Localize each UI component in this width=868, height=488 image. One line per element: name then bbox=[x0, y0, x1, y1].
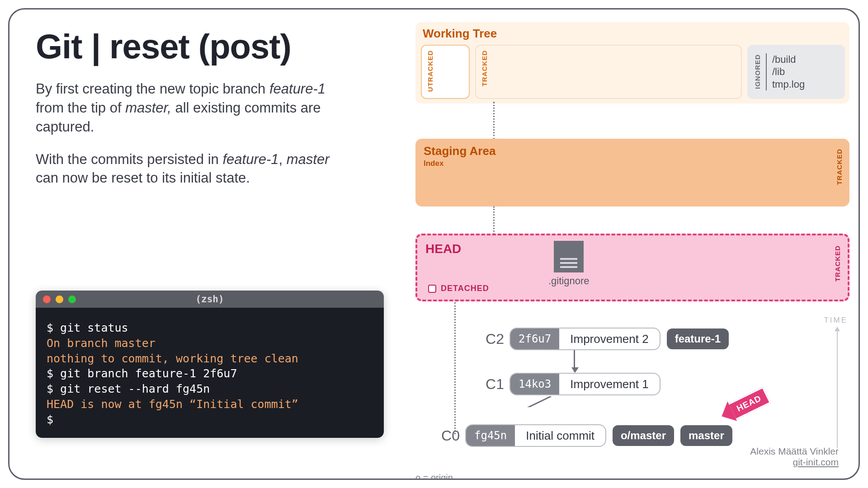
detached-label: DETACHED bbox=[441, 284, 489, 293]
commit-row-c2: C2 2f6u7 Improvement 2 feature-1 bbox=[460, 328, 729, 350]
page-title: Git | reset (post) bbox=[36, 27, 397, 66]
commit-c0-hash: fg45n bbox=[466, 425, 515, 446]
p1-em-1: feature-1 bbox=[269, 81, 326, 97]
author-site: git-init.com bbox=[750, 457, 839, 468]
untracked-label: UTRACKED bbox=[426, 50, 434, 92]
commit-c0-msg: Initial commit bbox=[515, 429, 605, 443]
p2-text-b: , bbox=[279, 151, 287, 167]
terminal-body: $ git status On branch master nothing to… bbox=[36, 308, 384, 438]
attribution: Alexis Määttä Vinkler git-init.com bbox=[750, 446, 839, 468]
arrow-c2-c1 bbox=[574, 350, 575, 372]
commit-row-c0: C0 fg45n Initial commit o/master master bbox=[415, 424, 732, 447]
terminal-window: (zsh) $ git status On branch master noth… bbox=[36, 291, 384, 438]
ignored-file-1: /build bbox=[772, 53, 805, 66]
commit-c2-hash: 2f6u7 bbox=[510, 328, 559, 349]
term-line-4: $ git branch feature-1 2f6u7 bbox=[47, 366, 373, 381]
staging-area-title: Staging Area bbox=[424, 144, 841, 158]
branch-tag-o-master: o/master bbox=[613, 425, 674, 446]
p1-text-b: from the tip of bbox=[36, 100, 125, 116]
gitignore-file: .gitignore bbox=[548, 241, 590, 287]
connector-wt-to-sa bbox=[493, 102, 495, 140]
commit-c0-num: C0 bbox=[415, 427, 465, 444]
commit-c1-num: C1 bbox=[460, 376, 509, 393]
working-tree-title: Working Tree bbox=[415, 22, 849, 43]
staging-area-subtitle: Index bbox=[424, 159, 841, 168]
branch-tag-master: master bbox=[680, 425, 732, 446]
term-line-3: nothing to commit, working tree clean bbox=[47, 351, 373, 366]
commit-c2-pill: 2f6u7 Improvement 2 bbox=[509, 328, 660, 350]
commit-c1-msg: Improvement 1 bbox=[559, 377, 659, 391]
p1-em-2: master, bbox=[125, 100, 171, 116]
term-line-5: $ git reset --hard fg45n bbox=[47, 381, 373, 397]
detached-indicator: DETACHED bbox=[428, 284, 489, 293]
tracked-box: TRACKED bbox=[475, 45, 742, 99]
paragraph-1: By first creating the new topic branch f… bbox=[36, 80, 343, 136]
ignored-file-2: /lib bbox=[772, 66, 805, 78]
head-tracked-label: TRACKED bbox=[834, 245, 841, 282]
commit-c1-hash: 14ko3 bbox=[510, 374, 559, 394]
p2-em-2: master bbox=[287, 151, 330, 167]
connector-sa-to-head bbox=[493, 206, 495, 235]
p2-em-1: feature-1 bbox=[222, 151, 278, 167]
commit-c2-num: C2 bbox=[460, 331, 509, 347]
staging-tracked-label: TRACKED bbox=[835, 149, 843, 185]
term-line-2: On branch master bbox=[47, 336, 373, 351]
commit-c2-msg: Improvement 2 bbox=[559, 332, 659, 346]
time-axis bbox=[837, 330, 838, 448]
detached-checkbox-icon bbox=[428, 285, 436, 293]
commit-c1-pill: 14ko3 Improvement 1 bbox=[509, 373, 660, 395]
head-panel: HEAD TRACKED DETACHED .gitignore bbox=[415, 234, 849, 301]
file-icon bbox=[554, 241, 584, 272]
ignored-file-3: tmp.log bbox=[772, 78, 805, 91]
branch-tag-feature-1: feature-1 bbox=[667, 328, 729, 349]
paragraph-2: With the commits persisted in feature-1,… bbox=[36, 150, 343, 188]
staging-area-panel: Staging Area Index TRACKED bbox=[415, 139, 849, 206]
gitignore-filename: .gitignore bbox=[548, 275, 590, 287]
origin-note: o = origin bbox=[415, 473, 453, 480]
ignored-files-list: /build /lib tmp.log bbox=[766, 53, 805, 91]
terminal-shell-name: (zsh) bbox=[36, 294, 384, 305]
working-tree-panel: Working Tree UTRACKED TRACKED IGNORED /b… bbox=[415, 22, 849, 103]
head-title: HEAD bbox=[417, 235, 848, 256]
term-line-1: $ git status bbox=[47, 320, 373, 336]
p2-text-c: can now be reset to its initial state. bbox=[36, 170, 250, 186]
commit-c0-pill: fg45n Initial commit bbox=[465, 424, 606, 447]
term-line-6: HEAD is now at fg45n “Initial commit” bbox=[47, 397, 373, 412]
p2-text-a: With the commits persisted in bbox=[36, 151, 222, 167]
time-label: TIME bbox=[824, 316, 848, 325]
svg-line-0 bbox=[497, 396, 551, 407]
tracked-label: TRACKED bbox=[481, 50, 488, 86]
p1-text-a: By first creating the new topic branch bbox=[36, 81, 269, 97]
commit-row-c1: C1 14ko3 Improvement 1 bbox=[460, 373, 660, 395]
ignored-label: IGNORED bbox=[754, 54, 761, 89]
untracked-box: UTRACKED bbox=[421, 45, 470, 99]
term-line-7: $ bbox=[47, 412, 373, 427]
author-name: Alexis Määttä Vinkler bbox=[750, 446, 839, 457]
ignored-box: IGNORED /build /lib tmp.log bbox=[747, 45, 845, 99]
terminal-title-bar: (zsh) bbox=[36, 291, 384, 308]
